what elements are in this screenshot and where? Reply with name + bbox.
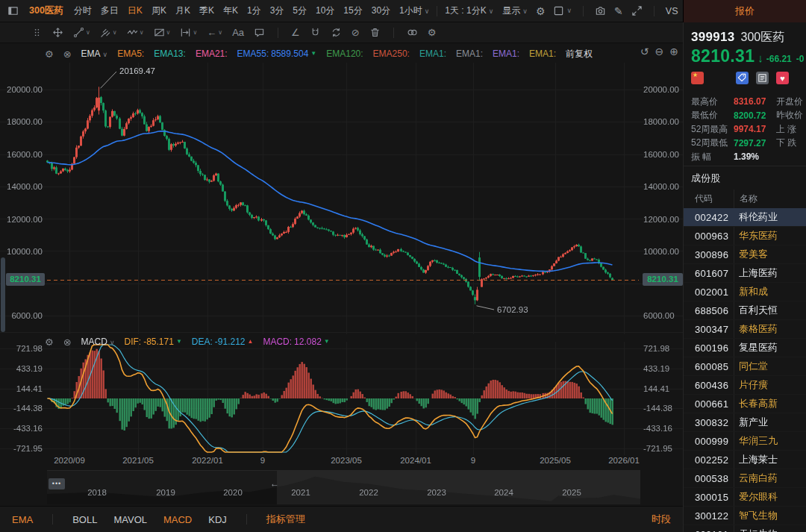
period-tab-月K[interactable]: 月K [171, 4, 195, 17]
period-tab-5分[interactable]: 5分 [288, 4, 311, 17]
cycle-icon[interactable] [331, 27, 342, 38]
constituent-row-000999[interactable]: 000999华润三九 [684, 432, 806, 451]
column-code[interactable]: 代码 [684, 193, 734, 205]
indicator-tab-MACD[interactable]: MACD [163, 514, 192, 525]
ema-legend-item[interactable]: EMA250: [373, 48, 410, 59]
ema-legend-item[interactable]: EMA1: [493, 48, 519, 59]
constituent-row-300832[interactable]: 300832新产业 [684, 413, 806, 432]
adjust-mode-label[interactable]: 前复权 [566, 48, 593, 60]
chart-settings-icon[interactable]: ⚙ [536, 6, 546, 16]
constituent-row-000538[interactable]: 000538云南白药 [684, 469, 806, 488]
period-tab-日K[interactable]: 日K [123, 4, 147, 17]
constituent-row-600085[interactable]: 600085同仁堂 [684, 357, 806, 376]
move-icon[interactable] [52, 27, 63, 38]
camera-icon[interactable] [595, 5, 606, 16]
layout-panel-icon[interactable] [7, 5, 19, 16]
compare-vs-button[interactable]: VS [666, 6, 678, 16]
trendline-icon[interactable]: ∨ [73, 27, 90, 38]
constituent-row-600436[interactable]: 600436片仔癀 [684, 376, 806, 395]
indicator-tab-KDJ[interactable]: KDJ [208, 514, 227, 525]
constituent-row-688506[interactable]: 688506百利天恒 [684, 301, 806, 320]
ema-legend-item[interactable]: EMA1: [419, 48, 446, 59]
navigator-canvas[interactable] [47, 470, 640, 504]
ema-legend-item[interactable]: EMA55:8589.504▼ [237, 48, 317, 59]
constituent-row-002001[interactable]: 002001新和成 [684, 283, 806, 301]
period-tab-季K[interactable]: 季K [195, 4, 219, 17]
constituent-row-000661[interactable]: 000661长春高新 [684, 395, 806, 413]
grip-icon[interactable] [31, 27, 43, 38]
indicator-settings-icon[interactable]: ⚙ [45, 48, 54, 60]
measure-icon[interactable]: ∨ [180, 27, 197, 38]
text-icon[interactable]: Aa [232, 28, 244, 37]
period-tab-3分[interactable]: 3分 [266, 4, 289, 17]
navigator-more-button[interactable]: ••• [49, 478, 65, 489]
indicator-close-icon[interactable]: ⊗ [63, 337, 72, 348]
indicator-tab-MAVOL[interactable]: MAVOL [113, 514, 147, 525]
period-tab-年K[interactable]: 年K [219, 4, 243, 17]
price-tag-icon[interactable] [736, 72, 749, 84]
indicator-title[interactable]: MACD [81, 337, 115, 347]
constituent-row-601607[interactable]: 601607上海医药 [684, 264, 806, 283]
announcement-icon[interactable] [756, 72, 769, 84]
constituent-row-600161[interactable]: 600161天坛生物 [684, 525, 806, 532]
pattern-icon[interactable]: ∨ [154, 27, 171, 38]
ema-legend-item[interactable]: EMA1: [529, 48, 556, 59]
tab-quote[interactable]: 报价 [683, 0, 806, 22]
period-tab-分时[interactable]: 分时 [69, 4, 96, 17]
indicator-title[interactable]: EMA [81, 48, 108, 59]
magnet-icon[interactable] [310, 27, 321, 38]
ema-legend-item[interactable]: EMA1: [456, 48, 483, 59]
symbol-label[interactable]: 300医药 [23, 4, 69, 17]
trash-icon[interactable] [369, 27, 381, 38]
constituent-row-600196[interactable]: 600196复星医药 [684, 339, 806, 357]
chart-type-icon[interactable] [553, 5, 572, 16]
fullscreen-icon[interactable] [631, 5, 643, 16]
link-icon[interactable] [407, 27, 418, 38]
favorite-heart-icon[interactable]: ♥ [776, 72, 789, 84]
wave-icon[interactable]: ∨ [127, 27, 144, 38]
hour-period-dropdown[interactable]: 1小时 [395, 4, 434, 17]
indicator-manage-button[interactable]: 指标管理 [266, 513, 305, 526]
period-tab-15分[interactable]: 15分 [339, 4, 366, 17]
vertical-scrollbar-thumb[interactable] [1, 257, 5, 332]
column-name[interactable]: 名称 [734, 193, 757, 205]
pitchfork-icon[interactable]: ∨ [100, 27, 117, 38]
price-change: -66.21 [766, 54, 792, 64]
macd-axis-label: 433.19 [643, 363, 683, 375]
session-button[interactable]: 时段 [652, 513, 671, 526]
indicator-tab-BOLL[interactable]: BOLL [72, 514, 97, 525]
pencil-icon[interactable]: ✎ [614, 6, 623, 16]
constituent-row-300347[interactable]: 300347泰格医药 [684, 320, 806, 339]
constituent-row-300015[interactable]: 300015爱尔眼科 [684, 488, 806, 507]
period-tab-多日[interactable]: 多日 [96, 4, 123, 17]
period-tab-1分[interactable]: 1分 [243, 4, 266, 17]
ema-legend-item[interactable]: EMA120: [326, 48, 363, 59]
indicator-settings-icon[interactable]: ⚙ [45, 337, 54, 348]
period-tab-10分[interactable]: 10分 [311, 4, 339, 17]
constituent-row-300896[interactable]: 300896爱美客 [684, 245, 806, 264]
constituent-row-002252[interactable]: 002252上海莱士 [684, 451, 806, 469]
gear-icon[interactable]: ⚙ [428, 28, 437, 37]
zoom-in-icon[interactable]: ⊕ [669, 46, 678, 57]
constituent-row-300122[interactable]: 300122智飞生物 [684, 507, 806, 525]
angle-icon[interactable]: ∠ [291, 28, 300, 37]
macd-chart-canvas[interactable] [0, 342, 683, 455]
indicator-tab-EMA[interactable]: EMA [12, 514, 33, 525]
comment-icon[interactable] [254, 27, 265, 38]
zoom-out-icon[interactable]: ⊖ [655, 46, 664, 57]
ema-legend-item[interactable]: EMA5: [117, 48, 144, 59]
undo-icon[interactable]: ↺ [640, 46, 649, 57]
main-chart-canvas[interactable] [0, 63, 683, 334]
constituent-row-002422[interactable]: 002422科伦药业 [684, 208, 806, 227]
ema-legend-item[interactable]: EMA21: [196, 48, 228, 59]
indicator-close-icon[interactable]: ⊗ [63, 48, 72, 60]
period-tab-周K[interactable]: 周K [147, 4, 171, 17]
ema-legend-item[interactable]: EMA13: [154, 48, 186, 59]
arrow-left-icon[interactable]: ←∨ [207, 28, 222, 37]
display-dropdown[interactable]: 显示 [498, 4, 528, 17]
custom-period-dropdown[interactable]: 1天 : 1分K [440, 4, 498, 17]
ban-icon[interactable]: ⊘ [352, 28, 360, 37]
constituent-row-000963[interactable]: 000963华东医药 [684, 227, 806, 245]
period-tab-30分[interactable]: 30分 [367, 4, 395, 17]
navigator-range-handle-icon[interactable]: ← [270, 478, 279, 489]
